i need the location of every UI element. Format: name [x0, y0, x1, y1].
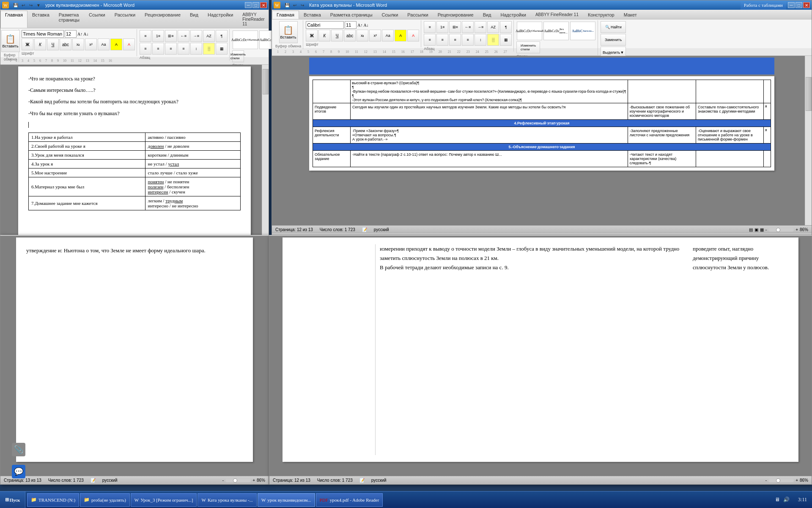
taskbar-item-proba[interactable]: 📁 proба(не удалять)	[80, 493, 130, 507]
bullets-btn-2[interactable]: ≡	[424, 21, 436, 33]
find-btn-2[interactable]: 🔍 Найти	[601, 21, 626, 33]
zoom-slider-4[interactable]	[768, 479, 794, 482]
desktop-icon-paperclip[interactable]: 📎	[6, 443, 31, 457]
align-right-btn-1[interactable]: ≡	[165, 43, 177, 55]
style-nospace-2[interactable]: AaBbCcDcБез инте...	[543, 22, 569, 40]
linespacing-btn-1[interactable]: ↕	[190, 43, 202, 55]
italic-btn-2[interactable]: К	[318, 30, 330, 41]
qat-dropdown[interactable]: ▼	[35, 2, 42, 8]
scrollbar-v-2[interactable]	[805, 56, 812, 225]
strikethrough-btn-1[interactable]: аbc	[60, 39, 71, 50]
tab-home-2[interactable]: Главная	[272, 11, 299, 19]
align-center-btn-2[interactable]: ≡	[436, 34, 448, 46]
scrollbar-thumb-2[interactable]	[806, 77, 812, 111]
subscript-btn-2[interactable]: x₂	[357, 30, 368, 41]
tab-links-2[interactable]: Ссылки	[377, 11, 403, 19]
fontcolor-btn-2[interactable]: А	[407, 30, 419, 41]
font-size-input-1[interactable]	[65, 30, 77, 38]
tab-view-2[interactable]: Вид	[478, 11, 496, 19]
bold-btn-2[interactable]: Ж	[306, 30, 318, 41]
grow-font-btn-2[interactable]: A↑	[357, 23, 362, 28]
indent-decrease-btn-1[interactable]: ←≡	[178, 30, 189, 42]
tab-review-1[interactable]: Рецензирование	[140, 11, 185, 28]
underline-btn-2[interactable]: Ч	[331, 30, 343, 41]
numbering-btn-1[interactable]: 1≡	[152, 30, 164, 42]
strikethrough-btn-2[interactable]: аbc	[344, 30, 356, 41]
save-qat-btn-2[interactable]: 💾	[284, 2, 291, 8]
tab-mail-2[interactable]: Рассылки	[403, 11, 433, 19]
tab-view-1[interactable]: Вид	[185, 11, 203, 28]
undo-qat-btn-2[interactable]: ↩	[291, 2, 298, 8]
pilcrow-btn-2[interactable]: ¶	[500, 21, 512, 33]
paste-btn-2[interactable]: 📋 Вставить	[279, 21, 298, 43]
maximize-btn-2[interactable]: □	[796, 2, 802, 8]
linespacing-btn-2[interactable]: ↕	[475, 34, 486, 46]
doc-page-3[interactable]: утверждение и: Ньютона о том, что Земле …	[16, 237, 253, 462]
page-view-btn-6[interactable]: ▣	[754, 227, 758, 232]
indent-increase-btn-2[interactable]: →≡	[475, 21, 486, 33]
taskbar-item-transcend[interactable]: 📁 TRANSCEND (N:)	[27, 493, 79, 507]
scrollbar-thumb-1[interactable]	[263, 69, 269, 94]
zoom-thumb-4[interactable]	[776, 478, 780, 483]
zoom-in-btn-4[interactable]: +	[796, 478, 798, 483]
superscript-btn-2[interactable]: x²	[369, 30, 381, 41]
bold-btn-1[interactable]: Ж	[22, 39, 33, 50]
subscript-btn-1[interactable]: x₂	[72, 39, 84, 50]
tab-addins-1[interactable]: Надстройки	[203, 11, 238, 28]
border-btn-2[interactable]: ▦	[500, 34, 512, 46]
zoom-out-btn-3[interactable]: -	[222, 478, 224, 483]
border-btn-1[interactable]: ▦	[216, 43, 228, 55]
maximize-btn-1[interactable]: □	[252, 2, 259, 8]
redo-qat-btn[interactable]: ↪	[27, 2, 34, 8]
zoom-in-btn-3[interactable]: +	[252, 478, 255, 483]
style-heading1-2[interactable]: AaBbCЗаголо...	[570, 22, 595, 40]
grow-font-btn-1[interactable]: A↑	[77, 32, 82, 36]
shrink-font-btn-1[interactable]: A↓	[83, 32, 88, 36]
zoom-slider-2[interactable]	[768, 228, 794, 232]
superscript-btn-1[interactable]: x²	[85, 39, 97, 50]
doc-page-1[interactable]: -Что не понравилось на уроке? -Самым инт…	[18, 66, 251, 236]
pilcrow-btn-1[interactable]: ¶	[216, 30, 228, 42]
tab-insert-1[interactable]: Вставка	[27, 11, 54, 28]
style-normal-2[interactable]: AaBbCcDcОбычный	[517, 22, 542, 40]
page-view-btn-5[interactable]: ▤	[749, 227, 753, 232]
sort-btn-1[interactable]: AZ	[203, 30, 215, 42]
shading-btn-1[interactable]: ░	[203, 43, 215, 55]
taskbar-item-kata[interactable]: W Ката урока вулканы -...	[198, 493, 256, 507]
underline-btn-1[interactable]: Ч	[47, 39, 59, 50]
align-center-btn-1[interactable]: ≡	[152, 43, 164, 55]
taskbar-item-urok-vulkan[interactable]: W урок вулканвидоизм...	[258, 493, 315, 507]
clearformat-btn-1[interactable]: Aа	[98, 39, 110, 50]
undo-qat-btn[interactable]: ↩	[20, 2, 27, 8]
shrink-font-btn-2[interactable]: A↓	[363, 23, 368, 28]
shading-btn-2[interactable]: ░	[487, 34, 499, 46]
redo-qat-btn-2[interactable]: ↪	[299, 2, 306, 8]
indent-decrease-btn-2[interactable]: ←≡	[462, 21, 474, 33]
minimize-btn-1[interactable]: ─	[245, 2, 252, 8]
desktop-icon-chat[interactable]: 💬	[6, 465, 31, 479]
align-right-btn-2[interactable]: ≡	[449, 34, 461, 46]
font-name-input-1[interactable]	[22, 30, 64, 38]
doc-page-4[interactable]: измерении приходят к выводу о точности м…	[283, 237, 798, 462]
tab-abbyy-2[interactable]: ABBYY FineReader 11	[531, 11, 583, 19]
replace-btn-2[interactable]: Заменить	[601, 34, 626, 46]
zoom-thumb-3[interactable]	[233, 478, 237, 483]
taskbar-item-pdf[interactable]: PDF урок4.pdf - Adobe Reader	[316, 493, 383, 507]
justify-btn-2[interactable]: ≡	[462, 34, 474, 46]
tab-mail-1[interactable]: Рассылки	[110, 11, 140, 28]
change-styles-btn-2[interactable]: Изменитьстили	[516, 41, 540, 53]
multilevel-btn-2[interactable]: ⊞≡	[449, 21, 461, 33]
close-btn-2[interactable]: ✕	[803, 2, 810, 8]
style-normal-1[interactable]: AaBbCcDcОбычный	[233, 30, 258, 49]
fontcolor-btn-1[interactable]: А	[123, 39, 135, 50]
tab-home-1[interactable]: Главная	[0, 11, 27, 28]
sort-btn-2[interactable]: AZ	[487, 21, 499, 33]
indent-increase-btn-1[interactable]: →≡	[190, 30, 202, 42]
tab-layout-table-2[interactable]: Макет	[619, 11, 642, 19]
tab-links-1[interactable]: Ссылки	[84, 11, 110, 28]
tab-layout-1[interactable]: Разметка страницы	[54, 11, 84, 28]
zoom-slider-3[interactable]	[225, 479, 251, 482]
tab-layout-2[interactable]: Разметка страницы	[326, 11, 377, 19]
page-view-btn-7[interactable]: ▦	[760, 227, 764, 232]
paste-btn-1[interactable]: 📋 Вставить	[1, 30, 20, 52]
